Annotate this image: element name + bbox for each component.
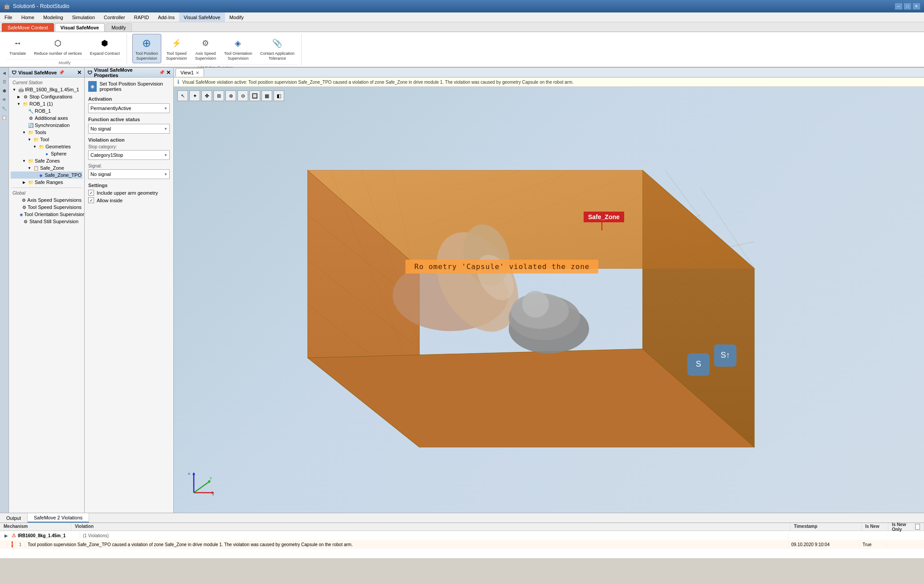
info-message: Visual SafeMove violation active: Tool p…	[182, 80, 573, 85]
ribbon-btn-reduce[interactable]: ⬡ Reduce number of vertices	[31, 34, 85, 58]
ribbon-btn-tool-position[interactable]: ⊕ Tool PositionSupervision	[132, 34, 161, 63]
output-tab-violations[interactable]: SafeMove 2 Violations	[28, 513, 89, 523]
sidebar-icon-4[interactable]: 👁	[1, 96, 8, 103]
expand-geometries[interactable]: ▼	[32, 144, 37, 149]
title-bar: 🤖 Solution6 - RobotStudio ─ □ ✕	[0, 0, 924, 12]
props-panel-title: Visual SafeMove Properties	[94, 67, 157, 78]
expand-irb1600[interactable]: ▼	[12, 87, 17, 92]
menu-addins[interactable]: Add-Ins	[153, 12, 179, 22]
svg-text:Y: Y	[209, 476, 212, 481]
expand-safe-ranges[interactable]: ▶	[21, 180, 27, 185]
activation-arrow: ▼	[164, 106, 168, 110]
tab-safemove-context[interactable]: SafeMove Context	[2, 23, 54, 32]
tree-stand-still[interactable]: ▶ ⚙ Stand Still Supervision	[11, 218, 82, 225]
props-panel-close[interactable]: ✕	[166, 69, 171, 76]
sidebar-icon-1[interactable]: ◀	[1, 69, 8, 77]
output-row-mechanism[interactable]: ▶ ⚠ IRB1600_8kg_1.45m_1 (1 Violations)	[0, 531, 924, 540]
label-sphere: Sphere	[51, 151, 66, 156]
tab-modify[interactable]: Modify	[106, 23, 131, 32]
tree-rob1-1[interactable]: ▼ 📁 ROB_1 (1)	[11, 100, 82, 107]
label-safe-zone: Safe_Zone	[40, 165, 64, 171]
maximize-button[interactable]: □	[904, 3, 912, 10]
icon-stop-configs: ⚙	[22, 94, 29, 100]
expand-tool[interactable]: ▼	[27, 137, 32, 142]
ribbon-btn-tool-orientation[interactable]: ◈ Tool OrientationSupervision	[221, 34, 255, 63]
expand-rob1-1[interactable]: ▼	[16, 101, 21, 106]
function-status-arrow: ▼	[164, 127, 168, 131]
reduce-vertices-icon: ⬡	[51, 36, 65, 50]
menu-modify[interactable]: Modify	[225, 12, 248, 22]
ribbon-btn-translate[interactable]: ↔ Translate	[6, 34, 29, 58]
vsm-panel-close[interactable]: ✕	[77, 69, 82, 76]
label-stop-configs: Stop Configurations	[29, 94, 73, 99]
props-checkbox-upper-arm: ✓ Include upper arm geometry	[88, 190, 170, 196]
sidebar-icon-5[interactable]: 🔧	[1, 105, 8, 112]
tree-safe-zones[interactable]: ▼ 📁 Safe Zones	[11, 157, 82, 164]
viewport-tab-close[interactable]: ✕	[196, 70, 199, 75]
tree-stop-configs[interactable]: ▶ ⚙ Stop Configurations	[11, 93, 82, 100]
safe-zone-callout	[601, 221, 602, 230]
output-row-violation[interactable]: ! 1 Tool position supervision Safe_Zone_…	[0, 540, 924, 549]
props-settings-label: Settings	[88, 183, 170, 188]
props-stop-category-field: Stop category: Category1Stop ▼	[88, 144, 170, 160]
svg-text:X: X	[212, 492, 214, 497]
menu-visual-safemove[interactable]: Visual SafeMove	[179, 12, 225, 22]
ribbon-btn-axis-speed[interactable]: ⚙ Axis SpeedSupervision	[192, 34, 219, 63]
menu-file[interactable]: File	[0, 12, 17, 22]
checkbox-upper-arm[interactable]: ✓	[88, 190, 94, 196]
tree-rob1[interactable]: ▶ 🔧 ROB_1	[11, 107, 82, 114]
activation-dropdown[interactable]: PermanentlyActive ▼	[88, 103, 170, 113]
expand-tools[interactable]: ▼	[21, 130, 27, 135]
close-button[interactable]: ✕	[912, 3, 920, 10]
viewport-tab-view1[interactable]: View1 ✕	[176, 68, 204, 77]
tab-visual-safemove[interactable]: Visual SafeMove	[55, 23, 105, 32]
tree-geometries[interactable]: ▼ 📁 Geometries	[11, 143, 82, 150]
function-status-dropdown[interactable]: No signal ▼	[88, 124, 170, 134]
tree-safe-zone-tpo[interactable]: ▶ ◈ Safe_Zone_TPO	[11, 172, 82, 179]
vsm-panel-pin[interactable]: 📌	[59, 70, 64, 75]
tree-sphere[interactable]: ▶ ● Sphere	[11, 150, 82, 157]
sidebar-icon-6[interactable]: 📋	[1, 114, 8, 121]
ribbon-btn-contact[interactable]: 📎 Contact ApplicationTolerance	[257, 34, 298, 63]
ribbon-btn-tool-speed[interactable]: ⚡ Tool SpeedSupervision	[163, 34, 190, 63]
signal-dropdown[interactable]: No signal ▼	[88, 169, 170, 179]
output-tab-output[interactable]: Output	[0, 513, 28, 523]
tree-tool-orientation[interactable]: ▶ ◈ Tool Orientation Supervision	[11, 211, 82, 218]
is-new-only-checkbox[interactable]	[915, 524, 920, 530]
info-bar: ℹ Visual SafeMove violation active: Tool…	[174, 78, 924, 87]
expand-icon: ⬢	[98, 36, 112, 50]
icon-tool-speed: ⚙	[21, 204, 27, 210]
menu-rapid[interactable]: RAPID	[130, 12, 154, 22]
violation-is-new: True	[860, 542, 887, 547]
stop-category-dropdown[interactable]: Category1Stop ▼	[88, 150, 170, 160]
safe-zone-label: Safe_Zone	[584, 212, 624, 222]
tree-irb1600[interactable]: ▼ 🤖 IRB_1600_8kg_1.45m_1	[11, 86, 82, 93]
tree-synchronization[interactable]: ▶ 🔄 Synchronization	[11, 122, 82, 129]
sidebar-icon-3[interactable]: ⬢	[1, 87, 8, 94]
tree-tool[interactable]: ▼ 📁 Tool	[11, 136, 82, 143]
sidebar-icon-2[interactable]: ☰	[1, 78, 8, 86]
axis-speed-icon: ⚙	[198, 36, 213, 50]
tree-tools[interactable]: ▼ 📁 Tools	[11, 129, 82, 136]
col-is-new-only: Is New Only	[888, 523, 924, 531]
expand-safe-zones[interactable]: ▼	[21, 158, 27, 163]
menu-modeling[interactable]: Modeling	[39, 12, 68, 22]
expand-stop-configs[interactable]: ▶	[16, 94, 21, 99]
props-panel-pin[interactable]: 📌	[159, 70, 164, 75]
info-icon: ℹ	[177, 79, 180, 85]
expand-safe-zone[interactable]: ▼	[27, 165, 32, 171]
tree-safe-ranges[interactable]: ▶ 📁 Safe Ranges	[11, 179, 82, 186]
section-global: Global	[11, 190, 82, 196]
menu-home[interactable]: Home	[17, 12, 39, 22]
minimize-button[interactable]: ─	[895, 3, 903, 10]
menu-controller[interactable]: Controller	[99, 12, 130, 22]
tree-axis-speed[interactable]: ▶ ⚙ Axis Speed Supervisions	[11, 196, 82, 204]
tree-additional-axes[interactable]: ▶ ⚙ Additional axes	[11, 114, 82, 122]
viewport-3d[interactable]: ↖ ✦ ✤ ⊞ ⊕ ⊖ 🔲 ▦ ◧	[174, 87, 924, 513]
tree-tool-speed[interactable]: ▶ ⚙ Tool Speed Supervisions	[11, 204, 82, 211]
ribbon-btn-expand[interactable]: ⬢ Expand Contract	[87, 34, 123, 58]
label-safe-zone-tpo: Safe_Zone_TPO	[45, 172, 82, 178]
tree-safe-zone[interactable]: ▼ 📋 Safe_Zone	[11, 164, 82, 172]
checkbox-allow-inside[interactable]: ✓	[88, 197, 94, 203]
menu-simulation[interactable]: Simulation	[68, 12, 99, 22]
